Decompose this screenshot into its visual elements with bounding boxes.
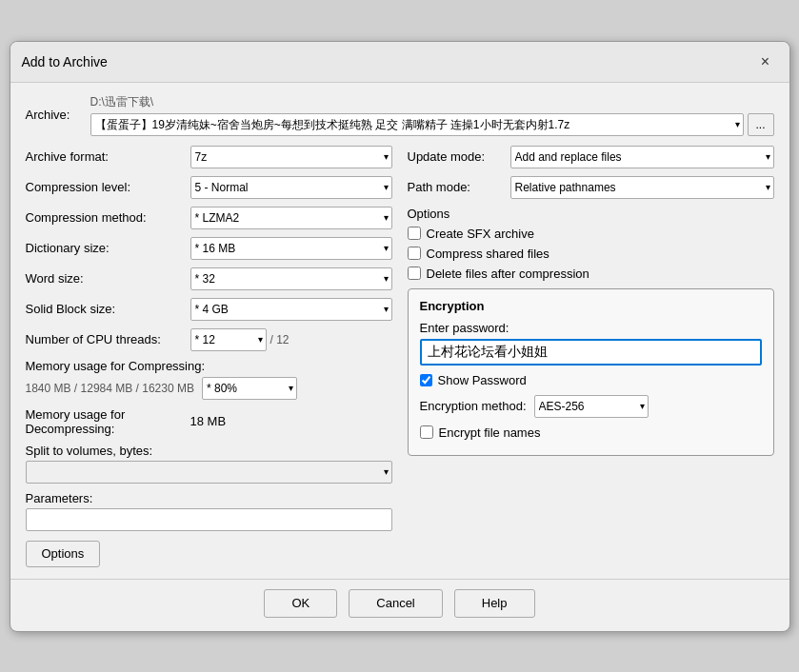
compression-method-select[interactable]: * LZMA2: [190, 207, 392, 229]
word-size-select[interactable]: * 32: [190, 267, 392, 290]
archive-path-row: 【蛋蛋子】19岁清纯妹~宿舍当炮房~每想到技术挺纯熟 足交 满嘴精子 连操1小时…: [90, 113, 774, 136]
memory-compressing-sub: 1840 MB / 12984 MB / 16230 MB: [26, 382, 194, 395]
solid-block-select[interactable]: * 4 GB: [190, 298, 392, 321]
threads-input-row: * 12 / 12: [190, 328, 290, 351]
encryption-section: Encryption Enter password: Show Password…: [408, 288, 774, 456]
solid-block-label: Solid Block size:: [26, 302, 183, 316]
ok-button[interactable]: OK: [264, 589, 337, 618]
memory-decompressing-value: 18 MB: [190, 414, 227, 428]
compression-level-row: Compression level: 5 - Normal: [26, 176, 392, 199]
create-sfx-checkbox[interactable]: [408, 227, 421, 240]
path-mode-row: Path mode: Relative pathnames: [408, 176, 774, 199]
encryption-method-row: Encryption method: AES-256: [420, 395, 762, 418]
memory-compressing-label: Memory usage for Compressing:: [26, 359, 392, 373]
cpu-threads-row: Number of CPU threads: * 12 / 12: [26, 328, 392, 351]
cpu-threads-label: Number of CPU threads:: [26, 332, 183, 346]
word-size-row: Word size: * 32: [26, 267, 392, 290]
archive-path-group: D:\迅雷下载\ 【蛋蛋子】19岁清纯妹~宿舍当炮房~每想到技术挺纯熟 足交 满…: [90, 94, 774, 136]
close-button[interactable]: ×: [753, 49, 778, 74]
compress-shared-checkbox[interactable]: [408, 247, 421, 260]
create-sfx-row: Create SFX archive: [408, 227, 774, 241]
word-size-label: Word size:: [26, 271, 183, 286]
dictionary-size-row: Dictionary size: * 16 MB: [26, 237, 392, 260]
browse-button[interactable]: ...: [748, 113, 774, 136]
split-volumes-row: Split to volumes, bytes:: [26, 444, 392, 484]
parameters-label: Parameters:: [26, 491, 392, 505]
cpu-threads-select[interactable]: * 12: [190, 328, 267, 351]
dictionary-size-label: Dictionary size:: [26, 241, 183, 255]
compression-method-label: Compression method:: [26, 210, 183, 225]
cpu-threads-max: / 12: [270, 333, 290, 346]
help-button[interactable]: Help: [454, 589, 535, 618]
create-sfx-label: Create SFX archive: [427, 227, 534, 241]
compression-method-row: Compression method: * LZMA2: [26, 207, 392, 229]
show-password-row: Show Password: [420, 373, 762, 387]
encryption-method-label: Encryption method:: [420, 399, 527, 413]
memory-compressing-row: Memory usage for Compressing: 1840 MB / …: [26, 359, 392, 400]
enter-password-label: Enter password:: [420, 321, 762, 335]
archive-path-select[interactable]: 【蛋蛋子】19岁清纯妹~宿舍当炮房~每想到技术挺纯熟 足交 满嘴精子 连操1小时…: [90, 113, 744, 136]
archive-path-dir: D:\迅雷下载\: [90, 94, 774, 110]
left-column: Archive format: 7z Compression level: 5 …: [26, 146, 392, 567]
dictionary-size-select[interactable]: * 16 MB: [190, 237, 392, 260]
options-button[interactable]: Options: [26, 541, 101, 567]
encrypt-names-row: Encrypt file names: [420, 425, 762, 440]
dialog-title: Add to Archive: [22, 54, 108, 69]
archive-row: Archive: D:\迅雷下载\ 【蛋蛋子】19岁清纯妹~宿舍当炮房~每想到技…: [26, 94, 774, 136]
compression-level-select[interactable]: 5 - Normal: [190, 176, 392, 199]
solid-block-row: Solid Block size: * 4 GB: [26, 298, 392, 321]
archive-format-select[interactable]: 7z: [190, 146, 392, 168]
archive-format-label: Archive format:: [26, 149, 183, 164]
title-bar: Add to Archive ×: [10, 42, 789, 83]
delete-files-row: Delete files after compression: [408, 267, 774, 281]
archive-label: Archive:: [26, 108, 83, 122]
encrypt-names-checkbox[interactable]: [420, 425, 433, 439]
right-column: Update mode: Add and replace files Path …: [408, 146, 774, 567]
parameters-row: Parameters:: [26, 491, 392, 531]
delete-files-checkbox[interactable]: [408, 267, 421, 280]
options-section: Options Create SFX archive Compress shar…: [408, 207, 774, 281]
path-mode-label: Path mode:: [408, 180, 503, 194]
memory-decompressing-label: Memory usage for Decompressing:: [26, 407, 183, 436]
compress-shared-label: Compress shared files: [427, 247, 549, 261]
compress-shared-row: Compress shared files: [408, 247, 774, 261]
options-section-label: Options: [408, 207, 774, 221]
encryption-method-select[interactable]: AES-256: [534, 395, 649, 418]
compression-level-label: Compression level:: [26, 180, 183, 194]
dialog-content: Archive: D:\迅雷下载\ 【蛋蛋子】19岁清纯妹~宿舍当炮房~每想到技…: [10, 83, 789, 579]
update-mode-row: Update mode: Add and replace files: [408, 146, 774, 168]
parameters-input[interactable]: [26, 508, 392, 531]
archive-format-row: Archive format: 7z: [26, 146, 392, 168]
add-to-archive-dialog: Add to Archive × Archive: D:\迅雷下载\ 【蛋蛋子】…: [10, 41, 790, 632]
memory-compressing-select[interactable]: * 80%: [202, 377, 297, 400]
update-mode-label: Update mode:: [408, 149, 503, 164]
cancel-button[interactable]: Cancel: [349, 589, 442, 618]
update-mode-select[interactable]: Add and replace files: [510, 146, 774, 168]
split-select[interactable]: [26, 461, 392, 484]
password-input[interactable]: [420, 339, 762, 366]
encrypt-names-label: Encrypt file names: [439, 425, 541, 440]
split-label: Split to volumes, bytes:: [26, 444, 392, 458]
dialog-footer: OK Cancel Help: [10, 579, 789, 631]
main-columns: Archive format: 7z Compression level: 5 …: [26, 146, 774, 567]
delete-files-label: Delete files after compression: [427, 267, 589, 281]
encryption-title: Encryption: [420, 299, 762, 313]
show-password-label: Show Password: [438, 373, 527, 387]
memory-decompressing-row: Memory usage for Decompressing: 18 MB: [26, 407, 392, 436]
path-mode-select[interactable]: Relative pathnames: [510, 176, 774, 199]
memory-compressing-select-row: 1840 MB / 12984 MB / 16230 MB * 80%: [26, 377, 392, 400]
show-password-checkbox[interactable]: [420, 374, 432, 386]
